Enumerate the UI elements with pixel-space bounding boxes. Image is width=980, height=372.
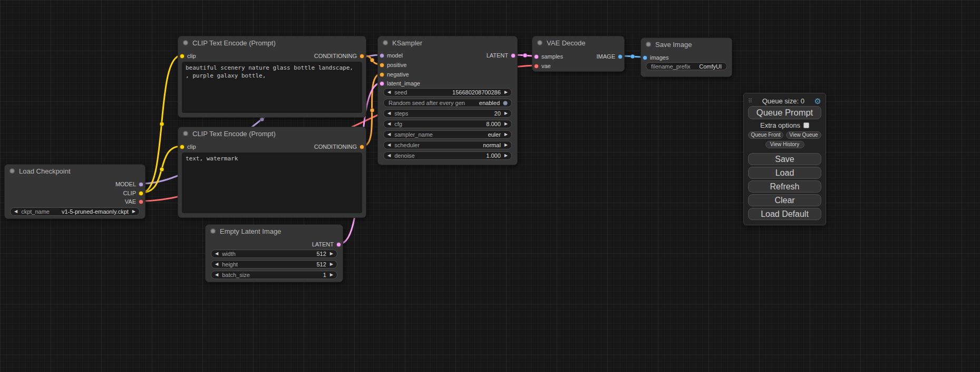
denoise-stepper[interactable]: ◀ denoise 1.000 ▶ bbox=[383, 151, 512, 160]
node-title-bar[interactable]: VAE Decode bbox=[532, 36, 624, 49]
widget-name: width bbox=[222, 251, 236, 257]
view-queue-button[interactable]: View Queue bbox=[786, 131, 821, 139]
output-model: MODEL bbox=[115, 180, 143, 188]
node-title-bar[interactable]: Load Checkpoint bbox=[5, 165, 145, 177]
collapse-dot-icon[interactable] bbox=[383, 40, 388, 45]
latent-port-icon[interactable] bbox=[380, 81, 384, 86]
collapse-dot-icon[interactable] bbox=[183, 40, 188, 45]
view-history-button[interactable]: View History bbox=[765, 141, 804, 148]
stepper-left-icon[interactable]: ◀ bbox=[387, 143, 391, 147]
latent-port-icon[interactable] bbox=[336, 242, 341, 247]
stepper-left-icon[interactable]: ◀ bbox=[387, 122, 391, 126]
node-title-bar[interactable]: KSampler bbox=[378, 36, 517, 49]
positive-prompt-textarea[interactable]: beautiful scenery nature glass bottle la… bbox=[182, 62, 362, 113]
stepper-right-icon[interactable]: ▶ bbox=[504, 111, 508, 116]
node-title-bar[interactable]: Save Image bbox=[641, 38, 732, 51]
conditioning-port-icon[interactable] bbox=[360, 145, 364, 149]
random-seed-toggle[interactable]: Random seed after every gen enabled bbox=[383, 99, 512, 107]
batch-size-stepper[interactable]: ◀ batch_size 1 ▶ bbox=[211, 271, 337, 279]
output-clip: CLIP bbox=[123, 189, 143, 197]
negative-prompt-textarea[interactable]: text, watermark bbox=[182, 152, 362, 213]
settings-gear-icon[interactable]: ⚙ bbox=[814, 97, 821, 105]
stepper-right-icon[interactable]: ▶ bbox=[330, 262, 333, 266]
latent-port-icon[interactable] bbox=[534, 54, 539, 59]
sampler-name-combo[interactable]: ◀ sampler_name euler ▶ bbox=[383, 130, 512, 139]
widget-name: steps bbox=[394, 110, 408, 117]
queue-front-button[interactable]: Queue Front bbox=[748, 131, 783, 139]
save-button[interactable]: Save bbox=[748, 153, 821, 165]
port-label: samples bbox=[541, 53, 563, 60]
steps-stepper[interactable]: ◀ steps 20 ▶ bbox=[383, 109, 512, 118]
node-title-bar[interactable]: CLIP Text Encode (Prompt) bbox=[178, 36, 366, 49]
extra-options-checkbox[interactable] bbox=[803, 122, 809, 128]
stepper-left-icon[interactable]: ◀ bbox=[215, 252, 218, 256]
stepper-right-icon[interactable]: ▶ bbox=[504, 90, 508, 94]
stepper-right-icon[interactable]: ▶ bbox=[330, 252, 333, 256]
node-title: CLIP Text Encode (Prompt) bbox=[192, 39, 276, 47]
stepper-left-icon[interactable]: ◀ bbox=[387, 111, 391, 116]
clip-port-icon[interactable] bbox=[180, 145, 185, 149]
stepper-left-icon[interactable]: ◀ bbox=[387, 132, 391, 137]
height-stepper[interactable]: ◀ height 512 ▶ bbox=[211, 260, 337, 269]
stepper-right-icon[interactable]: ▶ bbox=[132, 209, 135, 214]
conditioning-port-icon[interactable] bbox=[360, 54, 364, 59]
ckpt-name-combo[interactable]: ◀ ckpt_name v1-5-pruned-emaonly.ckpt ▶ bbox=[10, 207, 140, 216]
output-conditioning: CONDITIONING bbox=[314, 52, 364, 60]
queue-panel: ⠿ Queue size: 0 ⚙ Queue Prompt Extra opt… bbox=[743, 93, 826, 225]
collapse-dot-icon[interactable] bbox=[210, 228, 216, 234]
toggle-dot-icon[interactable] bbox=[503, 101, 508, 106]
filename-prefix-field[interactable]: filename_prefix ComfyUI bbox=[646, 62, 727, 70]
wire-midpoint-dot bbox=[160, 167, 164, 171]
drag-handle-icon[interactable]: ⠿ bbox=[748, 98, 752, 104]
clear-button[interactable]: Clear bbox=[748, 194, 821, 206]
seed-stepper[interactable]: ◀ seed 156680208700286 ▶ bbox=[383, 88, 512, 97]
vae-port-icon[interactable] bbox=[534, 64, 539, 69]
model-port-icon[interactable] bbox=[139, 182, 143, 187]
node-title: VAE Decode bbox=[547, 39, 585, 47]
collapse-dot-icon[interactable] bbox=[9, 168, 15, 174]
conditioning-port-icon[interactable] bbox=[380, 72, 384, 77]
scheduler-combo[interactable]: ◀ scheduler normal ▶ bbox=[383, 141, 512, 149]
output-latent: LATENT bbox=[312, 241, 341, 248]
node-title-bar[interactable]: Empty Latent Image bbox=[206, 225, 343, 237]
stepper-left-icon[interactable]: ◀ bbox=[14, 209, 17, 214]
collapse-dot-icon[interactable] bbox=[537, 40, 542, 45]
node-title-bar[interactable]: CLIP Text Encode (Prompt) bbox=[178, 127, 366, 140]
vae-port-icon[interactable] bbox=[139, 199, 143, 204]
refresh-button[interactable]: Refresh bbox=[748, 180, 821, 193]
widget-name: ckpt_name bbox=[21, 208, 50, 215]
wire-midpoint-dot bbox=[370, 108, 374, 112]
conditioning-port-icon[interactable] bbox=[380, 63, 384, 68]
stepper-right-icon[interactable]: ▶ bbox=[504, 154, 508, 158]
clip-port-icon[interactable] bbox=[139, 191, 143, 196]
widget-name: denoise bbox=[394, 152, 415, 159]
stepper-right-icon[interactable]: ▶ bbox=[504, 122, 508, 126]
latent-port-icon[interactable] bbox=[511, 53, 516, 58]
widget-value: 8.000 bbox=[486, 121, 501, 127]
collapse-dot-icon[interactable] bbox=[183, 131, 188, 136]
image-port-icon[interactable] bbox=[643, 55, 647, 60]
stepper-left-icon[interactable]: ◀ bbox=[387, 154, 391, 158]
node-title: CLIP Text Encode (Prompt) bbox=[192, 130, 276, 138]
widget-value: 1.000 bbox=[486, 152, 501, 159]
queue-prompt-button[interactable]: Queue Prompt bbox=[748, 106, 821, 119]
width-stepper[interactable]: ◀ width 512 ▶ bbox=[211, 250, 337, 258]
stepper-left-icon[interactable]: ◀ bbox=[387, 90, 391, 94]
widget-value: v1-5-pruned-emaonly.ckpt bbox=[62, 208, 129, 215]
stepper-right-icon[interactable]: ▶ bbox=[330, 273, 333, 277]
stepper-left-icon[interactable]: ◀ bbox=[215, 273, 218, 277]
input-positive: positive bbox=[380, 61, 406, 69]
load-default-button[interactable]: Load Default bbox=[748, 208, 821, 220]
collapse-dot-icon[interactable] bbox=[646, 42, 651, 47]
stepper-right-icon[interactable]: ▶ bbox=[504, 143, 508, 147]
stepper-right-icon[interactable]: ▶ bbox=[504, 132, 508, 137]
image-port-icon[interactable] bbox=[618, 54, 623, 59]
model-port-icon[interactable] bbox=[380, 53, 384, 58]
output-vae: VAE bbox=[125, 198, 143, 205]
load-button[interactable]: Load bbox=[748, 167, 821, 179]
clip-port-icon[interactable] bbox=[180, 54, 185, 59]
cfg-stepper[interactable]: ◀ cfg 8.000 ▶ bbox=[383, 120, 512, 128]
node-clip-text-encode-positive: CLIP Text Encode (Prompt) clip CONDITION… bbox=[178, 36, 366, 118]
graph-canvas[interactable]: Load Checkpoint MODEL CLIP VAE ◀ ckpt_na… bbox=[0, 0, 980, 372]
stepper-left-icon[interactable]: ◀ bbox=[215, 262, 218, 266]
